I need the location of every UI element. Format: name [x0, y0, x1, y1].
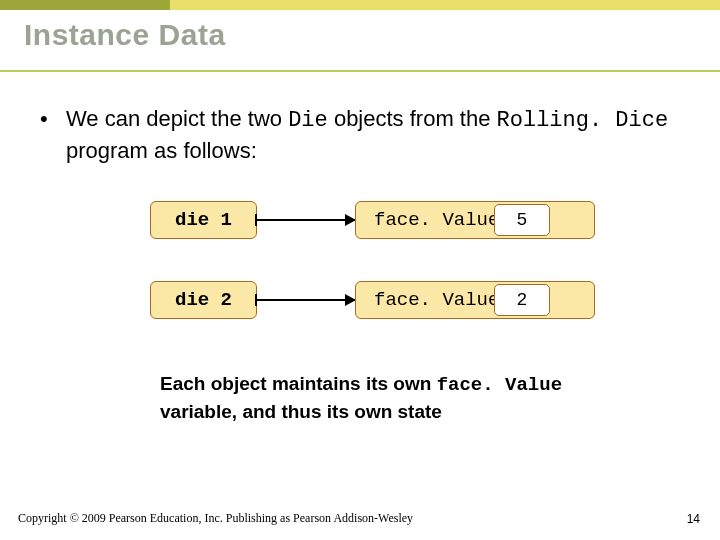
object-box-die2: face. Value: [355, 281, 595, 319]
bullet-item: • We can depict the two Die objects from…: [40, 104, 680, 165]
diagram-row-2: die 2 face. Value 2: [40, 281, 680, 321]
var-box-die1: die 1: [150, 201, 257, 239]
decorative-top-stripe: [0, 0, 720, 10]
object-box-die1: face. Value: [355, 201, 595, 239]
field-label-2: face. Value: [374, 288, 499, 314]
bullet-post: program as follows:: [66, 138, 257, 163]
title-band: Instance Data: [0, 10, 720, 72]
bullet-dot: •: [40, 104, 66, 165]
diagram-row-1: die 1 face. Value 5: [40, 201, 680, 241]
object-diagram: die 1 face. Value 5 die 2 face. Value 2: [40, 191, 680, 361]
caption-pre: Each object maintains its own: [160, 373, 437, 394]
page-title: Instance Data: [24, 18, 720, 52]
caption-post: variable, and thus its own state: [160, 401, 442, 422]
slide-body: • We can depict the two Die objects from…: [0, 72, 720, 425]
arrow-icon: [257, 219, 355, 221]
caption: Each object maintains its own face. Valu…: [160, 371, 600, 424]
field-label-1: face. Value: [374, 208, 499, 234]
bullet-code-1: Die: [288, 108, 328, 133]
bullet-mid: objects from the: [328, 106, 497, 131]
bullet-text: We can depict the two Die objects from t…: [66, 104, 680, 165]
value-box-die1: 5: [494, 204, 550, 236]
bullet-pre: We can depict the two: [66, 106, 288, 131]
var-box-die2: die 2: [150, 281, 257, 319]
copyright-footer: Copyright © 2009 Pearson Education, Inc.…: [18, 511, 413, 526]
value-box-die2: 2: [494, 284, 550, 316]
arrow-icon: [257, 299, 355, 301]
bullet-code-2: Rolling. Dice: [497, 108, 669, 133]
caption-code: face. Value: [437, 374, 562, 396]
page-number: 14: [687, 512, 700, 526]
